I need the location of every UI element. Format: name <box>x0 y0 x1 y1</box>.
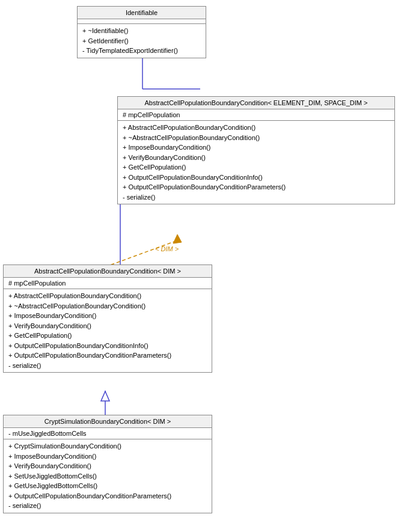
abstract-template-fields: # mpCellPopulation <box>118 109 394 121</box>
crypt-box: CryptSimulationBoundaryCondition< DIM > … <box>3 415 212 513</box>
abstract-dim-box: AbstractCellPopulationBoundaryCondition<… <box>3 264 212 373</box>
crypt-methods: + CryptSimulationBoundaryCondition() + I… <box>4 439 212 513</box>
crypt-title: CryptSimulationBoundaryCondition< DIM > <box>4 415 212 428</box>
abstract-template-methods: + AbstractCellPopulationBoundaryConditio… <box>118 121 394 204</box>
svg-line-8 <box>105 240 177 267</box>
abstract-dim-methods: + AbstractCellPopulationBoundaryConditio… <box>4 289 212 372</box>
crypt-fields: - mUseJiggledBottomCells <box>4 428 212 439</box>
identifiable-box: Identifiable + ~Identifiable() + GetIden… <box>77 6 206 58</box>
abstract-template-title: AbstractCellPopulationBoundaryCondition<… <box>118 97 394 109</box>
identifiable-methods: + ~Identifiable() + GetIdentifier() - Ti… <box>78 24 206 58</box>
diagram-container: Identifiable + ~Identifiable() + GetIden… <box>0 0 401 532</box>
dim-label: < DIM > <box>155 245 179 252</box>
svg-marker-11 <box>101 391 109 401</box>
identifiable-title: Identifiable <box>78 7 206 19</box>
abstract-dim-title: AbstractCellPopulationBoundaryCondition<… <box>4 265 212 278</box>
abstract-template-box: AbstractCellPopulationBoundaryCondition<… <box>117 96 395 204</box>
svg-marker-9 <box>173 234 182 243</box>
abstract-dim-fields: # mpCellPopulation <box>4 278 212 289</box>
identifiable-fields <box>78 19 206 24</box>
